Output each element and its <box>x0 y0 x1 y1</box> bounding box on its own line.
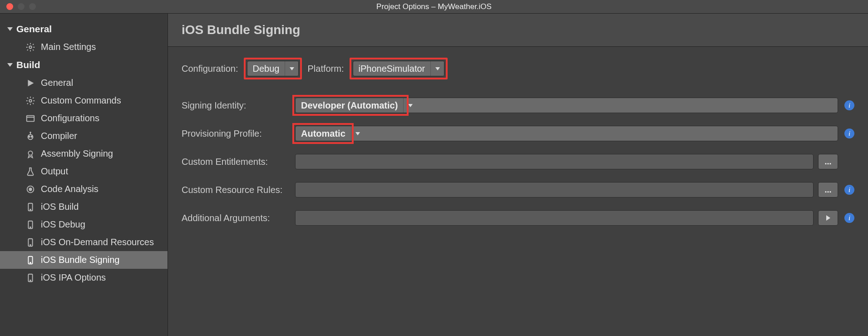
titlebar: Project Options – MyWeather.iOS <box>0 0 868 14</box>
browse-resource-rules-button[interactable]: ... <box>818 182 838 198</box>
run-arguments-button[interactable] <box>818 210 838 226</box>
provisioning-profile-label: Provisioning Profile: <box>182 128 295 139</box>
sidebar-section-label: General <box>16 24 52 35</box>
device-icon <box>25 237 35 247</box>
svg-rect-3 <box>27 115 35 121</box>
caret-down-icon <box>7 27 13 31</box>
chevron-down-icon <box>435 67 440 70</box>
window-controls <box>0 3 36 10</box>
configuration-value: Debug <box>247 61 285 76</box>
provisioning-profile-value: Automatic <box>296 126 351 141</box>
info-icon[interactable]: i <box>844 128 854 138</box>
highlight-box: Debug <box>244 58 302 79</box>
signing-identity-label: Signing Identity: <box>182 100 295 111</box>
play-icon <box>25 78 35 88</box>
sidebar: General Main Settings Build General Cust… <box>0 14 168 336</box>
sidebar-item-ios-debug[interactable]: iOS Debug <box>0 216 168 233</box>
custom-entitlements-row: Custom Entitlements: ... <box>182 154 854 169</box>
sidebar-item-label: iOS Bundle Signing <box>41 255 119 265</box>
custom-resource-rules-input[interactable] <box>295 182 814 198</box>
provisioning-profile-row: Provisioning Profile: Automatic i <box>182 126 854 141</box>
sidebar-item-general[interactable]: General <box>0 74 168 92</box>
play-icon <box>826 215 830 221</box>
sidebar-item-label: Code Analysis <box>41 184 99 194</box>
sidebar-section-label: Build <box>16 59 40 70</box>
custom-entitlements-label: Custom Entitlements: <box>182 157 295 167</box>
device-icon <box>25 273 35 283</box>
sidebar-item-label: Configurations <box>41 113 99 124</box>
chevron-down-icon <box>408 104 413 107</box>
sidebar-item-label: iOS Build <box>41 202 79 212</box>
sidebar-section-general[interactable]: General <box>0 20 168 38</box>
additional-arguments-row: Additional Arguments: i <box>182 210 854 226</box>
sidebar-item-code-analysis[interactable]: Code Analysis <box>0 180 168 198</box>
config-platform-row: Configuration: Debug Platform: iPhoneSim… <box>182 58 854 79</box>
signing-identity-row: Signing Identity: Developer (Automatic) … <box>182 98 854 113</box>
additional-arguments-input[interactable] <box>295 210 814 226</box>
svg-point-12 <box>29 188 32 191</box>
panel-title: iOS Bundle Signing <box>182 23 854 37</box>
svg-point-14 <box>30 209 31 210</box>
platform-value: iPhoneSimulator <box>353 61 431 76</box>
sidebar-item-custom-commands[interactable]: Custom Commands <box>0 92 168 109</box>
dropdown-button[interactable] <box>285 61 298 76</box>
svg-point-10 <box>28 151 32 155</box>
target-icon <box>25 184 35 194</box>
caret-down-icon <box>7 63 13 67</box>
minimize-window-button[interactable] <box>18 3 25 10</box>
dropdown-button[interactable] <box>351 126 365 141</box>
svg-point-6 <box>29 136 30 137</box>
custom-resource-rules-label: Custom Resource Rules: <box>182 185 295 195</box>
custom-entitlements-input[interactable] <box>295 154 814 169</box>
info-icon[interactable]: i <box>844 100 854 110</box>
svg-point-16 <box>30 227 31 227</box>
browse-entitlements-button[interactable]: ... <box>818 154 838 169</box>
sidebar-item-ios-on-demand-resources[interactable]: iOS On-Demand Resources <box>0 233 168 251</box>
sidebar-item-compiler[interactable]: Compiler <box>0 127 168 145</box>
window-title: Project Options – MyWeather.iOS <box>376 2 492 11</box>
sidebar-item-main-settings[interactable]: Main Settings <box>0 38 168 56</box>
sidebar-item-label: Output <box>41 166 68 177</box>
sidebar-item-label: Custom Commands <box>41 95 121 106</box>
sidebar-item-label: Assembly Signing <box>41 148 113 159</box>
dropdown-button[interactable] <box>403 98 417 113</box>
content-panel: iOS Bundle Signing Configuration: Debug … <box>168 14 868 336</box>
gear-icon <box>25 42 35 52</box>
sidebar-item-label: iOS On-Demand Resources <box>41 237 154 247</box>
zoom-window-button[interactable] <box>29 3 36 10</box>
chevron-down-icon <box>290 67 294 70</box>
svg-point-9 <box>30 132 31 133</box>
close-window-button[interactable] <box>6 3 13 10</box>
svg-marker-1 <box>28 79 34 86</box>
sidebar-item-label: iOS IPA Options <box>41 272 106 283</box>
svg-point-2 <box>29 99 32 102</box>
sidebar-section-build[interactable]: Build <box>0 56 168 74</box>
svg-point-18 <box>30 244 31 245</box>
info-icon[interactable]: i <box>844 185 854 195</box>
svg-point-0 <box>29 46 32 49</box>
signing-identity-dropdown[interactable]: Developer (Automatic) <box>295 98 838 113</box>
svg-point-20 <box>30 262 31 263</box>
sidebar-item-configurations[interactable]: Configurations <box>0 109 168 127</box>
signing-identity-value: Developer (Automatic) <box>296 98 403 113</box>
sidebar-item-ios-bundle-signing[interactable]: iOS Bundle Signing <box>0 251 168 269</box>
sidebar-item-assembly-signing[interactable]: Assembly Signing <box>0 145 168 163</box>
dropdown-button[interactable] <box>430 61 444 76</box>
chevron-down-icon <box>355 132 360 135</box>
sidebar-item-output[interactable]: Output <box>0 163 168 180</box>
additional-arguments-label: Additional Arguments: <box>182 213 295 223</box>
device-icon <box>25 255 35 265</box>
sidebar-item-ios-ipa-options[interactable]: iOS IPA Options <box>0 269 168 287</box>
configuration-dropdown[interactable]: Debug <box>247 61 299 76</box>
sidebar-item-label: iOS Debug <box>41 219 85 230</box>
sidebar-item-label: Main Settings <box>41 42 96 52</box>
svg-point-7 <box>31 136 32 137</box>
platform-label: Platform: <box>307 64 344 74</box>
platform-dropdown[interactable]: iPhoneSimulator <box>353 61 445 76</box>
provisioning-profile-dropdown[interactable]: Automatic <box>295 126 838 141</box>
badge-icon <box>25 149 35 159</box>
sidebar-item-ios-build[interactable]: iOS Build <box>0 198 168 216</box>
configuration-label: Configuration: <box>182 64 238 74</box>
highlight-box: iPhoneSimulator <box>350 58 448 79</box>
info-icon[interactable]: i <box>844 213 854 223</box>
